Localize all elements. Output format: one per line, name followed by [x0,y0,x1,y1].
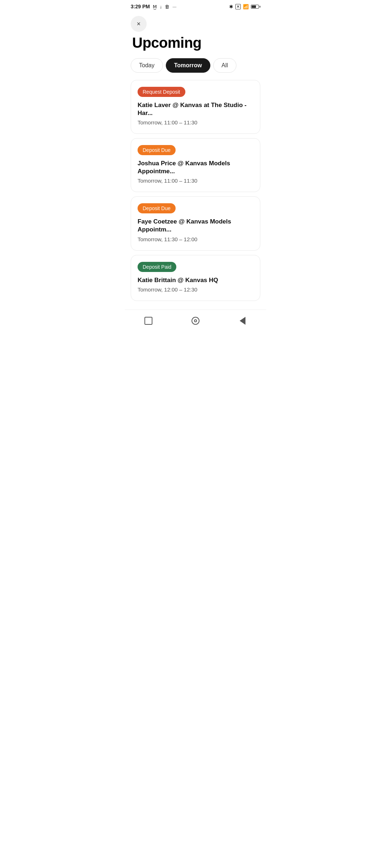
more-icon: ··· [172,4,176,9]
bluetooth-icon: ✱ [229,4,233,9]
card-title: Faye Coetzee @ Kanvas Models Appointm... [138,218,253,234]
status-right: ✱ ✕ 📶 [229,4,260,9]
card-time: Tomorrow, 11:30 – 12:00 [138,236,253,242]
square-icon [144,317,152,325]
card-time: Tomorrow, 12:00 – 12:30 [138,286,253,293]
back-icon [240,317,245,325]
nav-square-button[interactable] [143,316,154,326]
filter-tabs: Today Tomorrow All [125,58,266,73]
status-badge: Deposit Due [138,145,176,155]
status-bar: 3:29 PM M̲ ↓ 🗑 ··· ✱ ✕ 📶 [125,0,266,12]
status-left: 3:29 PM M̲ ↓ 🗑 ··· [131,4,176,9]
card-time: Tomorrow, 11:00 – 11:30 [138,178,253,184]
card-title: Joshua Price @ Kanvas Models Appointme..… [138,159,253,175]
card-title: Katie Laver @ Kanvas at The Studio - Har… [138,101,253,117]
appointment-card[interactable]: Deposit Due Joshua Price @ Kanvas Models… [131,138,260,192]
card-title: Katie Brittain @ Kanvas HQ [138,276,253,284]
appointment-card[interactable]: Deposit Due Faye Coetzee @ Kanvas Models… [131,196,260,250]
x-icon: ✕ [235,4,241,9]
circle-icon [192,317,199,325]
status-badge: Deposit Due [138,203,176,213]
appointment-card[interactable]: Deposit Paid Katie Brittain @ Kanvas HQ … [131,255,260,301]
status-time: 3:29 PM [131,4,150,9]
cards-container: Request Deposit Katie Laver @ Kanvas at … [125,80,266,301]
close-button[interactable]: × [131,16,147,32]
tab-tomorrow[interactable]: Tomorrow [166,58,210,73]
mail-icon: M̲ [153,4,157,9]
appointment-card[interactable]: Request Deposit Katie Laver @ Kanvas at … [131,80,260,134]
trash-icon: 🗑 [165,4,169,9]
close-icon: × [137,20,141,28]
wifi-icon: 📶 [243,4,249,9]
tab-all[interactable]: All [213,58,236,73]
status-badge: Deposit Paid [138,262,176,272]
page-title: Upcoming [125,35,266,58]
download-icon: ↓ [160,4,162,9]
nav-back-button[interactable] [237,316,248,326]
tab-today[interactable]: Today [131,58,163,73]
circle-inner-icon [194,319,197,322]
battery-icon [251,5,260,9]
nav-home-button[interactable] [190,316,201,326]
card-time: Tomorrow, 11:00 – 11:30 [138,119,253,125]
bottom-nav [125,310,266,333]
status-badge: Request Deposit [138,87,185,97]
